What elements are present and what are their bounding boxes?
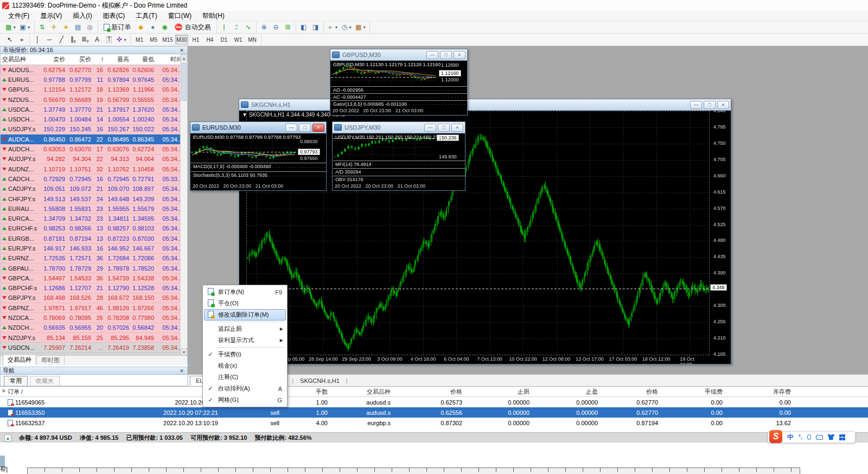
indicators-button[interactable]: ＋▼ (326, 22, 340, 33)
arrows-tool[interactable]: ✜▼ (115, 34, 129, 45)
data-window-toggle[interactable]: ✛ (48, 22, 60, 33)
community-button[interactable]: ● (147, 22, 159, 33)
minimize-button[interactable]: — (426, 51, 438, 59)
toolbox-icon[interactable] (839, 434, 845, 440)
orders-col-8[interactable]: 价格 (602, 388, 670, 396)
orders-col-3[interactable]: 手数 (296, 388, 336, 396)
market-watch-row[interactable]: NZDJPY.s 85.13485.159 2585.295 84.94905:… (1, 333, 187, 343)
market-watch-row[interactable]: USDCA... 1.377491.37770 211.37917 1.3762… (1, 105, 187, 114)
text-label-tool[interactable]: T (103, 34, 115, 45)
input-language-toggle[interactable]: 中 (787, 434, 794, 440)
menu-item-3[interactable]: 图表(C) (98, 11, 130, 21)
market-watch-row[interactable]: EURGB... 0.871810.87194 130.87223 0.8703… (1, 234, 187, 244)
market-watch-toggle[interactable]: ⇅ (36, 22, 48, 33)
market-watch-row[interactable]: NZDCA... 0.780690.78095 260.78208 0.7798… (1, 313, 187, 323)
channel-tool[interactable]: ∥E (67, 34, 79, 45)
navigator-tab-favorites[interactable]: 收藏夹 (30, 376, 60, 386)
context-menu-item[interactable]: 新订单(N) F9 (204, 286, 286, 298)
minimize-button[interactable]: — (424, 124, 436, 132)
crosshair-tool[interactable]: ＋ (16, 34, 28, 45)
periods-button[interactable]: ◷▼ (340, 22, 353, 33)
market-watch-row[interactable]: GBPJPY.s 168.498168.526 28168.672 168.15… (1, 293, 187, 303)
vertical-line-tool[interactable]: │ (31, 34, 43, 45)
restore-button[interactable]: □ (438, 124, 450, 132)
navigator-tab-common[interactable]: 常用 (4, 376, 28, 386)
orders-col-1[interactable]: 时间 (84, 388, 222, 396)
orders-col-5[interactable]: 价格 (412, 388, 488, 396)
timeframe-W1[interactable]: W1 (232, 35, 245, 44)
window-titlebar[interactable]: SKGCNH.s,H1 — □ × (239, 99, 731, 111)
text-tool[interactable]: A (91, 34, 103, 45)
mw-col-1[interactable]: 卖价 (41, 55, 67, 63)
market-watch-row[interactable]: AUDNZ... 1.107191.10751 321.10762 1.1045… (1, 164, 187, 174)
strategy-tester-toggle[interactable]: ◎ (84, 22, 96, 33)
punctuation-icon[interactable]: °, (799, 434, 802, 440)
menu-item-0[interactable]: 文件(F) (3, 11, 34, 21)
chart-tab-2[interactable]: SKGCNH.s,H1 (295, 376, 345, 385)
market-watch-row[interactable]: NZDUS... 0.566700.56689 190.56799 0.5655… (1, 95, 187, 105)
chart-shift-button[interactable]: ◨ (310, 22, 322, 33)
orders-col-9[interactable]: 手续费 (670, 388, 739, 396)
market-watch-row[interactable]: USDCN... 7.259077.26214 ...7.26419 7.238… (1, 343, 187, 353)
timeframe-M15[interactable]: M15 (161, 35, 174, 44)
market-watch-row[interactable]: AUDJPY.s 94.28294.304 2294.313 94.06405:… (1, 155, 187, 164)
market-watch-row[interactable]: AUDCH... 0.630530.63070 170.63076 0.6272… (1, 144, 187, 154)
market-watch-row[interactable]: EURAU... 1.558081.55831 231.55955 1.5567… (1, 204, 187, 214)
orders-col-0[interactable]: 订单 / (0, 388, 84, 396)
cursor-tool[interactable]: ↖ (4, 34, 16, 45)
market-watch-row[interactable]: GBPCHF.s 1.126861.12707 211.12790 1.1252… (1, 284, 187, 293)
close-icon[interactable]: ✕ (178, 368, 185, 374)
timeframe-M30[interactable]: M30 (175, 35, 188, 44)
market-watch-row[interactable]: EURCHF.s 0.982530.98266 130.98257 0.9810… (1, 224, 187, 234)
scroll-down-icon[interactable]: ▼ (181, 348, 187, 355)
orders-col-7[interactable]: 止盈 (558, 388, 602, 396)
timeframe-H4[interactable]: H4 (203, 35, 216, 44)
market-watch-row[interactable]: USDHK... 7.848217.85118 7.84898 7.846080… (1, 353, 187, 355)
chart-window-usdjpy[interactable]: USDJPY,M30 — □ × USDJPY,M30 150.251 150.… (332, 121, 465, 191)
timeframe-M1[interactable]: M1 (133, 35, 146, 44)
chart-window-eurusd[interactable]: EURUSD,M30 — □ × EURUSD,M30 0.97768 0.97… (190, 121, 327, 191)
context-menu-item[interactable]: 追踪止损 ▶ (204, 323, 286, 335)
timeframe-H1[interactable]: H1 (189, 35, 202, 44)
tile-windows-button[interactable]: ⊞ (282, 22, 294, 33)
new-chart-button[interactable]: ▦▼ (4, 22, 18, 33)
context-menu-item[interactable]: 平仓(O) (204, 298, 286, 309)
market-watch-row[interactable]: EURNZ... 1.725351.72571 361.72684 1.7208… (1, 254, 187, 264)
market-watch-row[interactable]: NZDCH... 0.569350.56955 200.57026 0.5684… (1, 323, 187, 333)
order-row[interactable]: 116549065 2022.10.20 07:1 1.00audusd.s 0… (0, 397, 868, 407)
menu-item-4[interactable]: 工具(T) (131, 11, 162, 21)
close-button[interactable]: × (454, 51, 465, 59)
menu-item-5[interactable]: 窗口(W) (163, 11, 196, 21)
trendline-tool[interactable]: ╱ (55, 34, 67, 45)
orders-col-10[interactable]: 库存费 (739, 388, 808, 396)
market-watch-row[interactable]: EURJPY.s 146.917146.933 16146.952 146.66… (1, 244, 187, 253)
sogou-logo-icon[interactable]: S (769, 430, 782, 443)
context-menu-item[interactable]: 注释(C) (204, 371, 286, 383)
scrollbar-thumb[interactable] (181, 63, 187, 101)
mw-tab-交易品种[interactable]: 交易品种 (3, 355, 36, 365)
terminal-toggle[interactable]: ▤ (72, 22, 84, 33)
market-watch-row[interactable]: CADJPY.s 109.051109.072 21109.070 108.89… (1, 184, 187, 194)
mw-col-0[interactable]: 交易品种 (1, 55, 41, 63)
microphone-icon[interactable] (807, 434, 811, 440)
fibonacci-tool[interactable]: ≣F (79, 34, 91, 45)
mw-col-4[interactable]: 最高 (105, 55, 131, 63)
market-watch-row[interactable]: USDCH... 1.004701.00484 141.00554 1.0024… (1, 114, 187, 124)
minimize-button[interactable]: — (285, 124, 297, 132)
mw-col-5[interactable]: 最低 (131, 55, 156, 63)
context-menu-item[interactable]: ✓ 网格(G) G (204, 394, 286, 406)
mw-col-3[interactable]: ! (93, 56, 105, 63)
minimize-button[interactable]: — (690, 101, 702, 109)
market-watch-row[interactable]: AUDCA... 0.864500.86472 220.86495 0.8634… (1, 134, 187, 144)
context-menu-item[interactable]: 修改或删除订单(M) (204, 309, 286, 321)
line-chart-button[interactable]: ∿ (242, 22, 254, 33)
navigator-toggle[interactable]: ★ (60, 22, 72, 33)
scroll-up-icon[interactable]: ▲ (181, 54, 187, 61)
horizontal-line-tool[interactable]: ─ (43, 34, 55, 45)
mw-col-6[interactable]: 时间 (156, 55, 183, 63)
market-watch-row[interactable]: GBPCA... 1.544971.54533 361.54739 1.5433… (1, 273, 187, 283)
mw-tab-即时图[interactable]: 即时图 (37, 356, 65, 365)
new-order-button[interactable]: 新订单 (100, 22, 135, 33)
market-watch-row[interactable]: GBPUS... 1.121541.12172 181.12369 1.1196… (1, 85, 187, 95)
market-watch-row[interactable]: CHFJPY.s 149.513149.537 24149.648 149.20… (1, 194, 187, 204)
